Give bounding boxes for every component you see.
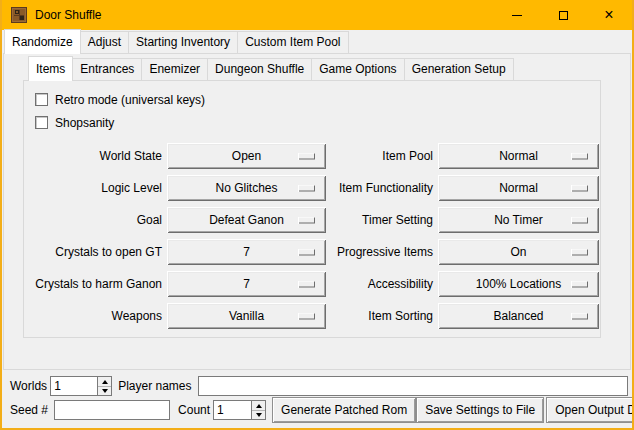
goal-dropdown[interactable]: Defeat Ganon (167, 207, 326, 233)
tab-custom-item-pool[interactable]: Custom Item Pool (237, 31, 348, 53)
crystals-gt-dropdown[interactable]: 7 (167, 239, 326, 265)
crystals-ganon-value: 7 (243, 277, 250, 291)
count-input[interactable] (213, 400, 251, 420)
spin-up-button[interactable] (252, 401, 265, 410)
tab-label: Items (36, 62, 65, 76)
weapons-value: Vanilla (229, 309, 264, 323)
window-title: Door Shuffle (35, 8, 494, 22)
spin-down-icon (102, 389, 108, 393)
tab-items[interactable]: Items (28, 56, 73, 81)
shopsanity-row: Shopsanity (24, 111, 600, 134)
dropdown-indicator-icon (571, 249, 588, 256)
dropdown-indicator-icon (298, 185, 315, 192)
timer-setting-dropdown[interactable]: No Timer (438, 207, 599, 233)
tab-label: Custom Item Pool (245, 35, 340, 49)
generate-patched-rom-button[interactable]: Generate Patched Rom (272, 397, 416, 423)
maximize-icon (559, 11, 568, 20)
tab-label: Randomize (12, 35, 73, 49)
seed-input[interactable] (54, 400, 170, 420)
item-sorting-label: Item Sorting (331, 309, 433, 323)
spin-down-button[interactable] (98, 386, 111, 395)
progressive-items-label: Progressive Items (331, 245, 433, 259)
door-shuffle-window: Door Shuffle × Randomize Adjust Starting… (0, 0, 634, 430)
player-names-label: Player names (118, 379, 191, 393)
accessibility-label: Accessibility (331, 277, 433, 291)
spin-up-icon (256, 404, 262, 408)
close-button[interactable]: × (586, 0, 632, 30)
crystals-ganon-label: Crystals to harm Ganon (30, 277, 162, 291)
logic-level-value: No Glitches (215, 181, 277, 195)
tab-label: Adjust (88, 35, 121, 49)
dropdown-indicator-icon (298, 153, 315, 160)
close-icon: × (604, 7, 613, 23)
tab-generation-setup[interactable]: Generation Setup (404, 58, 514, 80)
worlds-label: Worlds (10, 379, 47, 393)
tab-adjust[interactable]: Adjust (80, 31, 129, 53)
item-pool-dropdown[interactable]: Normal (438, 143, 599, 169)
dropdown-indicator-icon (571, 313, 588, 320)
logic-level-dropdown[interactable]: No Glitches (167, 175, 326, 201)
weapons-label: Weapons (30, 309, 162, 323)
tab-game-options[interactable]: Game Options (311, 58, 404, 80)
spin-down-icon (256, 413, 262, 417)
count-spinbox (213, 400, 266, 420)
spin-up-button[interactable] (98, 377, 111, 386)
tab-label: Game Options (319, 62, 396, 76)
item-functionality-dropdown[interactable]: Normal (438, 175, 599, 201)
count-spin-buttons (251, 400, 266, 420)
retro-mode-row: Retro mode (universal keys) (24, 88, 600, 111)
maximize-button[interactable] (540, 0, 586, 30)
tab-label: Entrances (80, 62, 134, 76)
dropdown-indicator-icon (298, 249, 315, 256)
tab-enemizer[interactable]: Enemizer (141, 58, 208, 80)
dropdown-indicator-icon (298, 217, 315, 224)
dropdown-indicator-icon (571, 153, 588, 160)
player-names-input[interactable] (198, 376, 629, 396)
world-state-dropdown[interactable]: Open (167, 143, 326, 169)
progressive-items-dropdown[interactable]: On (438, 239, 599, 265)
goal-value: Defeat Ganon (209, 213, 284, 227)
spin-down-button[interactable] (252, 410, 265, 419)
worlds-row: Worlds Player names (10, 376, 628, 396)
tab-label: Dungeon Shuffle (215, 62, 304, 76)
item-sorting-dropdown[interactable]: Balanced (438, 303, 599, 329)
save-settings-button[interactable]: Save Settings to File (416, 397, 544, 423)
item-pool-value: Normal (499, 149, 538, 163)
open-output-directory-button[interactable]: Open Output Directory (546, 397, 634, 423)
timer-setting-label: Timer Setting (331, 213, 433, 227)
item-functionality-value: Normal (499, 181, 538, 195)
world-state-value: Open (232, 149, 261, 163)
tab-dungeon-shuffle[interactable]: Dungeon Shuffle (207, 58, 312, 80)
worlds-input[interactable] (50, 376, 97, 396)
weapons-dropdown[interactable]: Vanilla (167, 303, 326, 329)
progressive-items-value: On (510, 245, 526, 259)
crystals-ganon-dropdown[interactable]: 7 (167, 271, 326, 297)
worlds-spin-buttons (97, 376, 112, 396)
title-bar: Door Shuffle × (2, 0, 632, 30)
door-icon (11, 7, 27, 23)
shopsanity-label: Shopsanity (55, 116, 114, 130)
tab-randomize[interactable]: Randomize (4, 29, 81, 54)
dropdown-indicator-icon (298, 313, 315, 320)
seed-label: Seed # (10, 403, 48, 417)
accessibility-value: 100% Locations (476, 277, 561, 291)
shopsanity-checkbox[interactable] (35, 116, 48, 129)
crystals-gt-label: Crystals to open GT (30, 245, 162, 259)
tab-entrances[interactable]: Entrances (72, 58, 142, 80)
item-sorting-value: Balanced (493, 309, 543, 323)
tab-label: Starting Inventory (136, 35, 230, 49)
seed-row: Seed # Count Generate Patched Rom Save S… (10, 397, 628, 423)
tab-starting-inventory[interactable]: Starting Inventory (128, 31, 238, 53)
items-page: Retro mode (universal keys) Shopsanity W… (23, 80, 601, 338)
goal-label: Goal (30, 213, 162, 227)
world-state-label: World State (30, 149, 162, 163)
item-functionality-label: Item Functionality (331, 181, 433, 195)
main-tab-strip: Randomize Adjust Starting Inventory Cust… (2, 30, 632, 53)
accessibility-dropdown[interactable]: 100% Locations (438, 271, 599, 297)
logic-level-label: Logic Level (30, 181, 162, 195)
tab-label: Generation Setup (412, 62, 506, 76)
minimize-button[interactable] (494, 0, 540, 30)
minimize-icon (512, 15, 522, 16)
bottom-bar: Worlds Player names Seed # Count (2, 370, 632, 428)
retro-mode-checkbox[interactable] (35, 93, 48, 106)
